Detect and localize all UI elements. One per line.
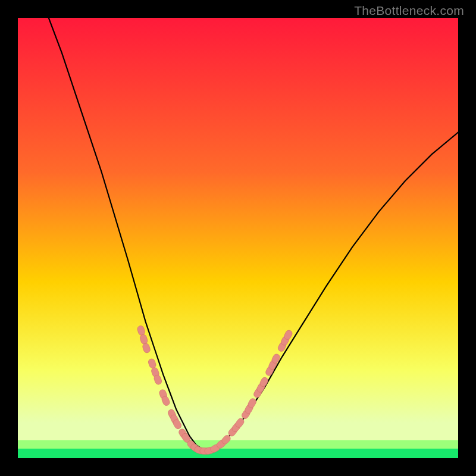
gradient-background <box>18 18 458 458</box>
green-band <box>18 449 458 458</box>
bottleneck-chart <box>18 18 458 458</box>
chart-frame <box>18 18 458 458</box>
green-band-light <box>18 440 458 449</box>
watermark-text: TheBottleneck.com <box>354 4 464 18</box>
